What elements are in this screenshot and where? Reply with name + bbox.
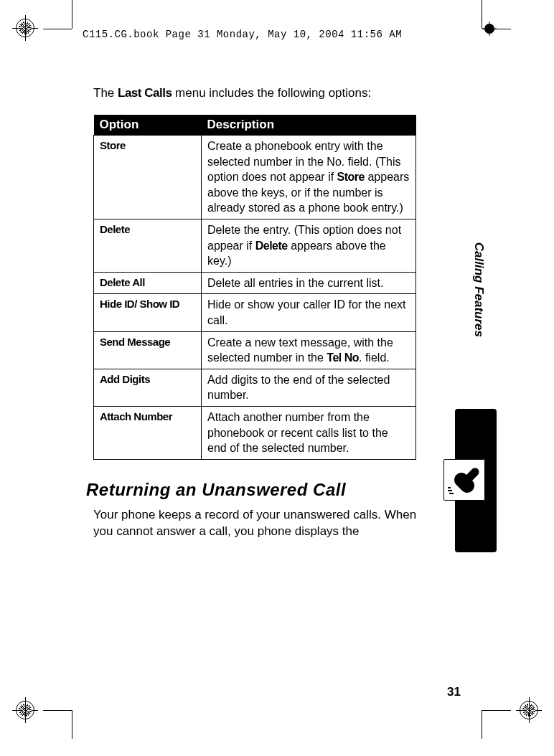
registration-mark-icon [16, 701, 34, 719]
description-cell: Add digits to the end of the selected nu… [202, 369, 416, 406]
crop-mark [482, 710, 511, 711]
crop-mark [43, 29, 72, 29]
section-paragraph: Your phone keeps a record of your unansw… [93, 507, 438, 540]
registration-mark-icon [520, 701, 538, 719]
intro-pre: The [93, 86, 118, 100]
option-cell: Store [94, 136, 202, 219]
option-cell: Hide ID/ Show ID [94, 294, 202, 331]
description-cell: Delete the entry. (This option does not … [202, 219, 416, 272]
description-cell: Delete all entries in the current list. [202, 272, 416, 294]
intro-post: menu includes the following options: [172, 86, 371, 100]
table-row: Add DigitsAdd digits to the end of the s… [94, 369, 416, 406]
table-row: Delete AllDelete all entries in the curr… [94, 272, 416, 294]
option-cell: Delete [94, 219, 202, 272]
header-dot-icon [482, 22, 497, 36]
crop-mark [72, 710, 72, 739]
side-section-label: Calling Features [471, 242, 486, 337]
crop-mark [43, 710, 72, 711]
page-header-meta: C115.CG.book Page 31 Monday, May 10, 200… [83, 29, 402, 40]
table-row: DeleteDelete the entry. (This option doe… [94, 219, 416, 272]
table-header-description: Description [202, 115, 416, 136]
crop-mark [482, 710, 482, 739]
intro-bold: Last Calls [118, 86, 172, 100]
table-row: Hide ID/ Show IDHide or show your caller… [94, 294, 416, 331]
description-cell: Create a new text message, with the sele… [202, 331, 416, 369]
table-row: Send MessageCreate a new text message, w… [94, 331, 416, 369]
description-cell: Create a phonebook entry with the select… [202, 136, 416, 219]
table-header-option: Option [94, 115, 202, 136]
section-heading: Returning an Unanswered Call [86, 480, 438, 500]
crop-mark [72, 0, 72, 29]
registration-mark-icon [16, 19, 34, 37]
option-cell: Delete All [94, 272, 202, 294]
page-number: 31 [447, 685, 461, 699]
page-content: The Last Calls menu includes the followi… [93, 86, 438, 540]
table-row: StoreCreate a phonebook entry with the s… [94, 136, 416, 219]
description-cell: Attach another number from the phonebook… [202, 406, 416, 459]
intro-text: The Last Calls menu includes the followi… [93, 86, 438, 100]
phone-handset-icon [446, 462, 482, 498]
description-cell: Hide or show your caller ID for the next… [202, 294, 416, 331]
options-table: Option Description StoreCreate a phonebo… [93, 115, 416, 460]
option-cell: Attach Number [94, 406, 202, 459]
option-cell: Add Digits [94, 369, 202, 406]
option-cell: Send Message [94, 331, 202, 369]
table-row: Attach NumberAttach another number from … [94, 406, 416, 459]
